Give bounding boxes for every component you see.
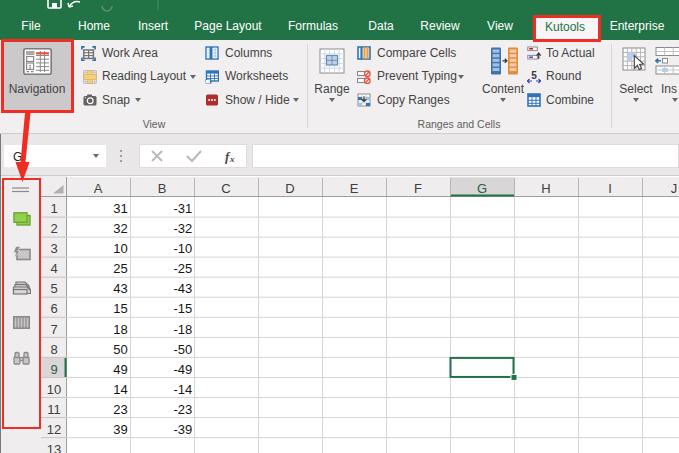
svg-text:H: H [541,181,550,196]
svg-text:15: 15 [113,301,127,316]
svg-text:-15: -15 [173,301,192,316]
svg-text:4: 4 [50,261,57,276]
svg-text:14: 14 [113,382,127,397]
svg-text:-18: -18 [173,322,192,337]
svg-text:3: 3 [50,241,57,256]
svg-text:9: 9 [50,362,57,377]
svg-text:-43: -43 [173,281,192,296]
svg-text:43: 43 [113,281,127,296]
svg-text:D: D [285,181,294,196]
svg-text:1: 1 [50,201,57,216]
svg-text:E: E [350,181,359,196]
svg-text:39: 39 [113,422,127,437]
svg-text:25: 25 [113,261,127,276]
svg-text:-10: -10 [173,241,192,256]
svg-text:I: I [608,181,612,196]
svg-text:A: A [94,181,103,196]
svg-text:2: 2 [50,221,57,236]
svg-text:-32: -32 [173,221,192,236]
svg-text:10: 10 [113,241,127,256]
svg-text:-25: -25 [173,261,192,276]
svg-text:C: C [221,181,230,196]
svg-text:11: 11 [47,402,61,417]
svg-text:-49: -49 [173,362,192,377]
svg-text:8: 8 [50,342,57,357]
svg-text:F: F [414,181,422,196]
svg-text:B: B [158,181,167,196]
svg-text:7: 7 [50,322,57,337]
svg-text:5: 5 [531,70,537,81]
svg-text:23: 23 [113,402,127,417]
svg-text:-50: -50 [173,342,192,357]
svg-text:5: 5 [50,281,57,296]
svg-text:31: 31 [113,201,127,216]
svg-text:18: 18 [113,322,127,337]
svg-text:32: 32 [113,221,127,236]
svg-text:6: 6 [50,301,57,316]
svg-text:-39: -39 [173,422,192,437]
svg-text:13: 13 [47,442,61,453]
svg-text:10: 10 [47,382,61,397]
svg-text:-31: -31 [173,201,192,216]
svg-text:50: 50 [113,342,127,357]
svg-text:-23: -23 [173,402,192,417]
svg-text:J: J [671,181,678,196]
svg-text:12: 12 [47,422,61,437]
svg-text:G: G [477,181,487,196]
svg-text:-14: -14 [173,382,192,397]
svg-text:x: x [229,154,235,164]
svg-text:49: 49 [113,362,127,377]
